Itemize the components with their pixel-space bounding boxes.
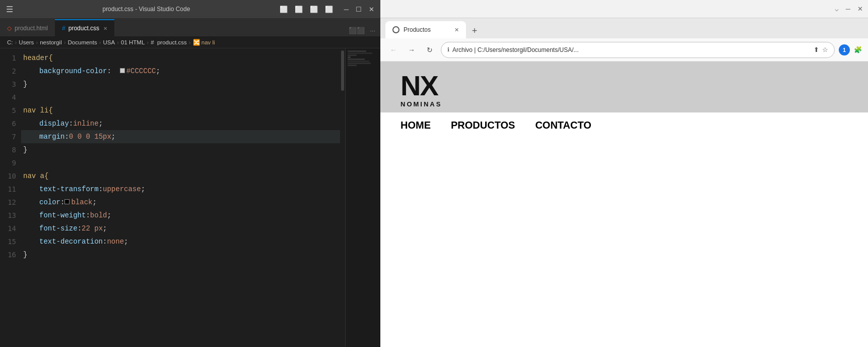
browser-chevron-icon[interactable]: ⌵ (835, 5, 839, 13)
vscode-scrollbar[interactable] (340, 48, 345, 347)
lock-icon: ℹ (447, 46, 449, 53)
code-lines[interactable]: header{ background-color : #CCCCCC ; } n… (21, 48, 340, 347)
css-tab-icon: # (62, 25, 65, 32)
star-icon[interactable]: ☆ (822, 46, 828, 53)
tab-close-css[interactable]: ✕ (103, 26, 107, 31)
code-line-13: font-weight : bold ; (21, 209, 340, 222)
menu-icon[interactable]: ☰ (6, 5, 13, 14)
breadcrumb-usa[interactable]: USA (103, 39, 115, 45)
window-controls: ⬜ ⬜ ⬜ ⬜ ─ ☐ ✕ (280, 6, 374, 13)
rendered-page: NX NOMINAS HOME PRODUCTOS CONTACTO (380, 62, 868, 347)
minimap-line (348, 56, 351, 58)
breadcrumb-users[interactable]: Users (19, 39, 34, 45)
browser-tab-title: Productos (404, 26, 431, 33)
browser-tab-bar: Productos ✕ + (380, 18, 868, 38)
page-nav: HOME PRODUCTOS CONTACTO (380, 112, 868, 138)
color-swatch-black (64, 199, 70, 204)
breadcrumb: C: › Users › nestorgil › Documents › USA… (0, 36, 380, 48)
nx-logo: NX NOMINAS (400, 72, 848, 107)
logo: NX NOMINAS (400, 72, 848, 107)
new-tab-button[interactable]: + (467, 23, 482, 38)
nav-home[interactable]: HOME (400, 120, 431, 131)
minimap-line (348, 65, 357, 66)
tab-product-html[interactable]: ◇ product.html (0, 19, 55, 36)
minimap-line (348, 52, 372, 54)
nav-contacto[interactable]: CONTACTO (535, 120, 591, 131)
code-line-7: margin : 0 0 0 15px ; (21, 130, 340, 143)
code-line-11: text-transform : uppercase ; (21, 183, 340, 196)
logo-letters: NX (400, 72, 438, 100)
browser-close-button[interactable]: ✕ (857, 5, 863, 13)
code-line-1: header{ (21, 51, 340, 65)
css-tab-label: product.css (69, 25, 99, 32)
browser-viewport: NX NOMINAS HOME PRODUCTOS CONTACTO (380, 62, 868, 347)
layout-icon-1[interactable]: ⬜ (280, 6, 288, 13)
code-line-4 (21, 91, 340, 104)
address-text: Archivo | C:/Users/nestorgil/Documents/U… (452, 46, 811, 53)
browser-address-bar: ← → ↻ ℹ Archivo | C:/Users/nestorgil/Doc… (380, 38, 868, 62)
html-tab-icon: ◇ (7, 25, 12, 32)
layout-icon-3[interactable]: ⬜ (310, 6, 318, 13)
tab-actions: ⬛⬛ ··· (349, 27, 380, 36)
minimize-button[interactable]: ─ (344, 6, 349, 13)
code-line-8: } (21, 143, 340, 156)
browser-tab-globe-icon (392, 26, 399, 33)
code-editor[interactable]: 1234 5678 9101112 13141516 header{ backg… (0, 48, 380, 347)
minimap-line (348, 54, 357, 56)
code-line-9 (21, 156, 340, 169)
close-button[interactable]: ✕ (369, 6, 374, 13)
color-swatch-cccccc (120, 68, 125, 73)
split-editor-icon[interactable]: ⬛⬛ (349, 27, 365, 34)
breadcrumb-nestorgil[interactable]: nestorgil (40, 39, 61, 45)
code-line-3: } (21, 78, 340, 91)
page-body (380, 138, 868, 347)
browser-topbar: ⌵ ─ ✕ (380, 0, 868, 18)
browser-tab-productos[interactable]: Productos ✕ (385, 21, 466, 38)
back-button[interactable]: ← (386, 43, 400, 57)
vscode-tab-bar: ◇ product.html # product.css ✕ ⬛⬛ ··· (0, 18, 380, 36)
more-actions-icon[interactable]: ··· (370, 27, 375, 34)
share-icon[interactable]: ⬆ (814, 46, 819, 53)
breadcrumb-file[interactable]: # product.css (151, 39, 187, 45)
minimap-line (348, 61, 369, 62)
address-input[interactable]: ℹ Archivo | C:/Users/nestorgil/Documents… (441, 42, 835, 58)
line-numbers: 1234 5678 9101112 13141516 (0, 48, 21, 347)
browser-window: ⌵ ─ ✕ Productos ✕ + ← → ↻ ℹ Archivo | C:… (380, 0, 868, 347)
extensions-icon[interactable]: 🧩 (854, 46, 862, 53)
breadcrumb-navli[interactable]: 🔀 nav li (193, 39, 215, 46)
tab-product-css[interactable]: # product.css ✕ (55, 19, 114, 36)
code-line-5: nav li{ (21, 104, 340, 117)
breadcrumb-documents[interactable]: Documents (68, 39, 97, 45)
browser-right-icons: 1 🧩 (839, 44, 862, 55)
scrollbar-thumb (341, 50, 344, 91)
profile-icon[interactable]: 1 (839, 44, 850, 55)
code-line-14: font-size : 22 px ; (21, 222, 340, 235)
nav-productos[interactable]: PRODUCTOS (451, 120, 515, 131)
browser-tab-close-button[interactable]: ✕ (454, 27, 459, 33)
code-line-15: text-decoration : none ; (21, 235, 340, 248)
code-line-2: background-color : #CCCCCC ; (21, 65, 340, 78)
vscode-window: ☰ product.css - Visual Studio Code ⬜ ⬜ ⬜… (0, 0, 380, 347)
logo-sub: NOMINAS (400, 101, 442, 107)
page-header: NX NOMINAS (380, 62, 868, 112)
browser-window-controls: ⌵ ─ ✕ (835, 5, 863, 13)
vscode-minimap (345, 48, 380, 347)
code-line-10: nav a{ (21, 169, 340, 183)
layout-icon-4[interactable]: ⬜ (325, 6, 333, 13)
layout-icon-2[interactable]: ⬜ (295, 6, 303, 13)
breadcrumb-01html[interactable]: 01 HTML (121, 39, 145, 45)
minimap-line (348, 59, 365, 60)
reload-button[interactable]: ↻ (423, 43, 437, 57)
html-tab-label: product.html (15, 25, 48, 32)
breadcrumb-c[interactable]: C: (7, 39, 13, 45)
maximize-button[interactable]: ☐ (356, 6, 362, 13)
code-line-16: } (21, 248, 340, 261)
minimap-line (348, 50, 366, 52)
vscode-titlebar: ☰ product.css - Visual Studio Code ⬜ ⬜ ⬜… (0, 0, 380, 18)
forward-button[interactable]: → (405, 43, 419, 57)
minimap-content (346, 48, 380, 69)
code-line-12: color : black ; (21, 196, 340, 209)
minimap-line (348, 63, 371, 64)
browser-minimize-button[interactable]: ─ (846, 5, 850, 13)
code-line-6: display : inline ; (21, 117, 340, 130)
